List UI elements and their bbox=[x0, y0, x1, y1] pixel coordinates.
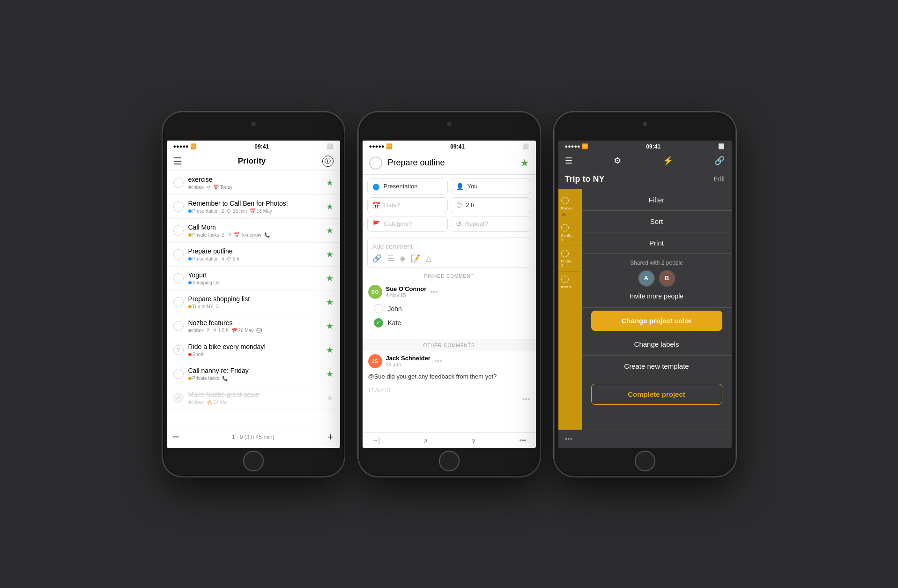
p3-footer-dots[interactable]: ••• bbox=[565, 435, 573, 443]
p2-field-category[interactable]: 🚩 Category? bbox=[367, 216, 448, 232]
task-content-7: Nozbe features Inbox 2 ⏱ 1.5 h 📅 26 May … bbox=[188, 319, 321, 333]
task-name-5: Yogurt bbox=[188, 271, 321, 279]
signal-1: ●●●●● 🛜 bbox=[173, 143, 197, 149]
tag-date-3: 📅 Tomorrow bbox=[234, 232, 261, 238]
star-5[interactable]: ★ bbox=[326, 273, 334, 283]
task-circle-5[interactable] bbox=[173, 273, 184, 283]
p3-print-btn[interactable]: Print bbox=[582, 232, 732, 254]
task-item-nanny[interactable]: Call nanny re: Friday Private tasks 📞 ★ bbox=[167, 362, 340, 386]
p3-menu-panel: Filter Sort Print Shared with 2 people A… bbox=[582, 189, 732, 440]
task-content-3: Call Mom Private tasks 2 ↺ 📅 Tomorrow 📞 bbox=[188, 223, 321, 238]
list-icon[interactable]: ☰ bbox=[387, 254, 394, 263]
star-10[interactable]: ★ bbox=[326, 393, 334, 403]
add-task-btn[interactable]: + bbox=[327, 431, 334, 443]
task-item-yogurt[interactable]: Yogurt Shopping List ★ bbox=[167, 267, 340, 290]
star-9[interactable]: ★ bbox=[326, 369, 334, 379]
star-8[interactable]: ★ bbox=[326, 345, 334, 355]
jack-more-btn[interactable]: ••• bbox=[434, 357, 442, 365]
enter-icon[interactable]: →| bbox=[372, 437, 380, 444]
p3-edit-btn[interactable]: Edit bbox=[713, 175, 725, 183]
p3-filter-btn[interactable]: Filter bbox=[582, 189, 732, 211]
attach-icon[interactable]: 🔗 bbox=[372, 254, 382, 263]
task-circle-2[interactable] bbox=[173, 201, 184, 212]
task-name-9: Call nanny re: Friday bbox=[188, 367, 321, 374]
p3-change-labels-btn[interactable]: Change labels bbox=[582, 334, 732, 355]
home-button-3[interactable] bbox=[635, 451, 655, 471]
dropbox-icon[interactable]: ◈ bbox=[400, 254, 405, 263]
task-circle-1[interactable] bbox=[173, 178, 184, 188]
check-john[interactable]: John bbox=[374, 302, 525, 316]
task-item-nozbe-great[interactable]: ✓ Make Nozbe great again Inbox 🔥 14 Mar … bbox=[167, 386, 340, 410]
footer-dots-1[interactable]: ••• bbox=[173, 434, 179, 440]
check-circle-john[interactable] bbox=[374, 304, 383, 313]
p2-comment-area[interactable]: Add comment 🔗 ☰ ◈ 📝 △ bbox=[367, 238, 531, 268]
task-item-mom[interactable]: Call Mom Private tasks 2 ↺ 📅 Tomorrow 📞 … bbox=[167, 219, 340, 243]
tag-private-3: Private tasks bbox=[188, 232, 219, 238]
more-icon-p2[interactable]: ••• bbox=[520, 437, 527, 444]
task-circle-6[interactable] bbox=[173, 297, 184, 307]
check-circle-kate[interactable]: ✓ bbox=[374, 318, 383, 327]
p2-task-circle[interactable] bbox=[369, 156, 382, 170]
sue-more-btn[interactable]: ••• bbox=[430, 288, 438, 296]
task-circle-3[interactable] bbox=[173, 225, 184, 236]
star-1[interactable]: ★ bbox=[326, 178, 334, 188]
p2-field-repeat[interactable]: ↺ Repeat? bbox=[451, 216, 531, 232]
star-4[interactable]: ★ bbox=[326, 249, 334, 260]
star-3[interactable]: ★ bbox=[326, 225, 334, 236]
star-2[interactable]: ★ bbox=[326, 201, 334, 212]
camera-1 bbox=[251, 122, 256, 127]
down-icon[interactable]: ∨ bbox=[471, 437, 476, 444]
p2-field-date[interactable]: 📅 Date? bbox=[367, 197, 448, 213]
task-item-nozbe[interactable]: Nozbe features Inbox 2 ⏱ 1.5 h 📅 26 May … bbox=[167, 314, 340, 338]
p3-shared-section: Shared with 2 people A B Invite more peo… bbox=[582, 254, 732, 308]
task-circle-4[interactable] bbox=[173, 249, 184, 260]
task-circle-7[interactable] bbox=[173, 321, 184, 331]
task-item-ben[interactable]: Remember to Call Ben for Photos! Present… bbox=[167, 195, 340, 219]
p3-link-icon[interactable]: 🔗 bbox=[714, 156, 725, 166]
home-button-2[interactable] bbox=[439, 451, 460, 471]
drive-icon[interactable]: △ bbox=[426, 254, 431, 263]
tag-phone-9: 📞 bbox=[222, 376, 228, 381]
task-content-4: Prepare outline Presentation 4 ⏱ 2 h bbox=[188, 247, 321, 261]
phones-container: ●●●●● 🛜 09:41 ⬜ ☰ Priority ⓘ exercise bbox=[162, 112, 736, 477]
p2-field-project[interactable]: ⬤ Presentation bbox=[367, 179, 448, 194]
task-item-shopping[interactable]: Prepare shopping list Trip to NY 3 ★ bbox=[167, 290, 340, 314]
battery-3: ⬜ bbox=[718, 143, 725, 149]
task-item-bike[interactable]: ? Ride a bike every monday! Sport ★ bbox=[167, 338, 340, 362]
task-item-exercise[interactable]: exercise Inbox ↺ 📅 Today ★ bbox=[167, 171, 340, 195]
p3-create-template-btn[interactable]: Create new template bbox=[582, 356, 732, 377]
time-2: 09:41 bbox=[450, 143, 465, 150]
status-bar-3: ●●●●● 🛜 09:41 ⬜ bbox=[558, 141, 732, 152]
p3-task-places[interactable]: Places 🚗 bbox=[558, 193, 582, 220]
tag-inbox-7: Inbox bbox=[188, 328, 204, 333]
p2-field-assignee[interactable]: 👤 You bbox=[451, 179, 531, 194]
p3-gear-icon[interactable]: ⚙ bbox=[614, 156, 621, 166]
field-duration-value: 2 h bbox=[466, 201, 475, 208]
check-kate[interactable]: ✓ Kate bbox=[374, 316, 525, 330]
p3-invite-btn[interactable]: Invite more people bbox=[589, 290, 724, 302]
home-button-1[interactable] bbox=[243, 451, 264, 471]
jack-comment: JS Jack Schneider 29 Jan ••• @Sue did yo… bbox=[363, 350, 536, 386]
task-item-outline[interactable]: Prepare outline Presentation 4 ⏱ 2 h ★ bbox=[167, 243, 340, 267]
p2-field-duration[interactable]: ⏱ 2 h bbox=[451, 197, 531, 213]
p3-task-confi[interactable]: Confi... 4 bbox=[558, 220, 582, 246]
star-6[interactable]: ★ bbox=[326, 297, 334, 307]
p3-task-news[interactable]: new s... bbox=[558, 272, 582, 293]
orphan-more-btn[interactable]: ••• bbox=[522, 395, 530, 403]
p3-lightning-icon[interactable]: ⚡ bbox=[663, 156, 673, 166]
info-icon-1[interactable]: ⓘ bbox=[322, 156, 334, 167]
menu-icon-1[interactable]: ☰ bbox=[173, 156, 182, 167]
task-circle-8[interactable]: ? bbox=[173, 345, 184, 355]
p3-sort-btn[interactable]: Sort bbox=[582, 211, 732, 232]
task-circle-9[interactable] bbox=[173, 369, 184, 379]
star-7[interactable]: ★ bbox=[326, 321, 334, 331]
up-icon[interactable]: ∧ bbox=[423, 437, 428, 444]
p2-star[interactable]: ★ bbox=[520, 157, 529, 169]
p3-change-color-btn[interactable]: Change project color bbox=[591, 311, 722, 331]
task-circle-10[interactable]: ✓ bbox=[173, 393, 184, 403]
evernote-icon[interactable]: 📝 bbox=[411, 254, 420, 263]
p3-complete-project-btn[interactable]: Complete project bbox=[591, 384, 722, 405]
p3-task-prepa[interactable]: Prepa... 3 bbox=[558, 246, 582, 272]
p3-menu-icon[interactable]: ☰ bbox=[565, 156, 572, 166]
task-content-2: Remember to Call Ben for Photos! Present… bbox=[188, 200, 321, 214]
